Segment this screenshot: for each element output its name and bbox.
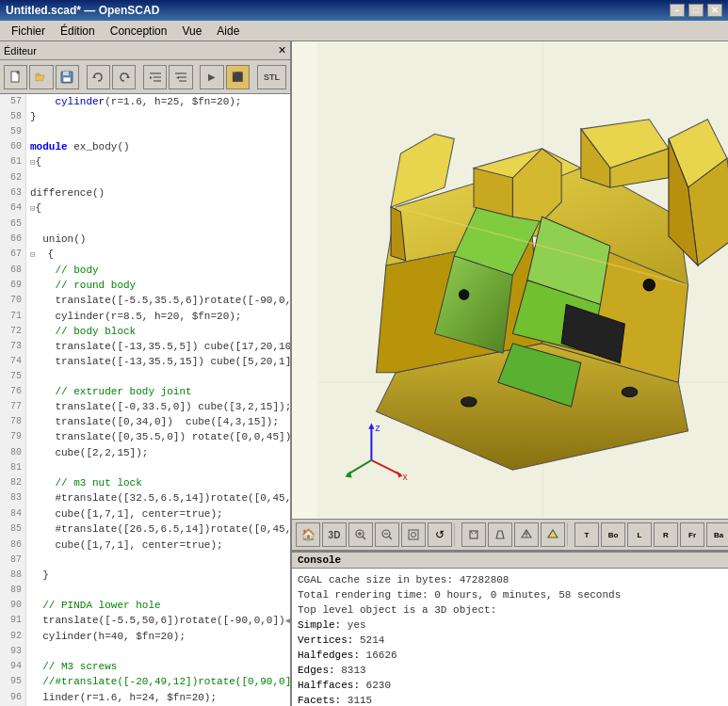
code-line-60: 60 module ex_body() xyxy=(0,139,290,154)
unindent-button[interactable] xyxy=(169,65,192,89)
svg-text:z: z xyxy=(376,423,380,433)
code-line-65: 65 xyxy=(0,217,290,232)
svg-point-34 xyxy=(622,387,638,396)
viewport-3d-button[interactable]: 3D xyxy=(322,522,347,547)
console-line-7: Edges: 8313 xyxy=(298,663,728,678)
viewport-left-button[interactable]: L xyxy=(627,522,652,547)
maximize-button[interactable]: □ xyxy=(688,4,704,17)
code-line-67: 67 ⊟ { xyxy=(0,247,290,263)
viewport-ortho-button[interactable] xyxy=(461,522,486,547)
code-line-74: 74 translate([-13,35.5,15]) cube([5,20,1… xyxy=(0,354,290,369)
code-line-82: 82 // m3 nut lock xyxy=(0,475,290,490)
right-panel: z x 🏠 3D xyxy=(292,41,728,706)
minimize-button[interactable]: − xyxy=(670,4,685,17)
viewport-surface-button[interactable] xyxy=(541,522,565,547)
code-line-72: 72 // body block xyxy=(0,324,290,339)
code-line-63: 63 difference() xyxy=(0,185,290,201)
undo-button[interactable] xyxy=(87,65,110,89)
code-line-89: 89 xyxy=(0,583,290,598)
code-line-95: 95 //#translate([-20,49,12])rotate([0,90… xyxy=(0,674,290,690)
code-line-61: 61 ⊟{ xyxy=(0,154,290,170)
viewport-wire-button[interactable] xyxy=(514,522,539,547)
svg-rect-5 xyxy=(63,77,71,82)
code-line-70: 70 translate([-5.5,35.5,6])rotate([-90,0… xyxy=(0,293,290,309)
code-line-90: 90 // PINDA lower hole xyxy=(0,598,290,613)
code-line-62: 62 xyxy=(0,170,290,185)
viewport-zoom-out-button[interactable] xyxy=(375,522,399,547)
viewport-fit-button[interactable] xyxy=(401,522,426,547)
code-line-88: 88 } xyxy=(0,568,290,583)
3d-model-svg: z x xyxy=(292,41,728,519)
code-line-93: 93 xyxy=(0,644,290,659)
editor-close-icon[interactable]: ✕ xyxy=(278,44,286,56)
main-layout: Éditeur ✕ xyxy=(0,41,728,706)
preview-button[interactable]: ▶ xyxy=(200,65,223,89)
export-stl-button[interactable]: STL xyxy=(257,65,286,89)
console-header: Console xyxy=(292,553,728,569)
svg-line-54 xyxy=(363,537,365,539)
menu-aide[interactable]: Aide xyxy=(209,23,247,40)
svg-marker-65 xyxy=(496,531,504,538)
render-button[interactable]: ⬛ xyxy=(226,65,250,89)
code-line-58: 58 } xyxy=(0,109,290,124)
console-line-2: Total rendering time: 0 hours, 0 minutes… xyxy=(298,587,728,602)
code-line-91: 91 translate([-5.5,50,6])rotate([-90,0,0… xyxy=(0,613,290,629)
code-editor[interactable]: 57 cylinder(r=1.6, h=25, $fn=20); 58 } 5… xyxy=(0,94,290,706)
open-file-button[interactable] xyxy=(29,65,53,89)
code-line-86: 86 cube([1,7,1], center=true); xyxy=(0,538,290,553)
code-line-80: 80 cube([2,2,15]); xyxy=(0,445,290,460)
title-bar-controls: − □ ✕ xyxy=(670,4,722,17)
console-line-5: Vertices: 5214 xyxy=(298,633,728,648)
svg-line-58 xyxy=(389,537,392,539)
console-line-3: Top level object is a 3D object: xyxy=(298,602,728,618)
save-file-button[interactable] xyxy=(56,65,79,89)
viewport[interactable]: z x xyxy=(292,41,728,519)
code-line-59: 59 xyxy=(0,124,290,139)
console-content: CGAL cache size in bytes: 47282808 Total… xyxy=(292,569,728,706)
close-button[interactable]: ✕ xyxy=(707,4,722,17)
svg-point-33 xyxy=(461,397,477,407)
code-line-83: 83 #translate([32.5,6.5,14])rotate([0,45… xyxy=(0,490,290,506)
menu-edition[interactable]: Édition xyxy=(53,23,103,40)
svg-marker-15 xyxy=(176,76,179,79)
editor-panel: Éditeur ✕ xyxy=(0,41,292,706)
viewport-home-button[interactable]: 🏠 xyxy=(296,522,320,547)
indent-button[interactable] xyxy=(143,65,167,89)
viewport-right-button[interactable]: R xyxy=(654,522,678,547)
viewport-zoom-in-button[interactable] xyxy=(348,522,373,547)
menu-vue[interactable]: Vue xyxy=(174,23,209,40)
viewport-persp-button[interactable] xyxy=(488,522,512,547)
code-line-92: 92 cylinder(h=40, $fn=20); xyxy=(0,629,290,644)
code-line-76: 76 // extruder body joint xyxy=(0,384,290,399)
model-area: z x xyxy=(292,41,728,519)
svg-point-61 xyxy=(412,533,416,538)
code-line-73: 73 translate([-13,35.5,5]) cube([17,20,1… xyxy=(0,339,290,354)
title-bar: Untitled.scad* — OpenSCAD − □ ✕ xyxy=(0,0,728,21)
code-line-94: 94 // M3 screws xyxy=(0,659,290,674)
code-line-87: 87 xyxy=(0,553,290,568)
svg-rect-60 xyxy=(409,530,418,539)
menu-fichier[interactable]: Fichier xyxy=(4,23,53,40)
code-line-57: 57 cylinder(r=1.6, h=25, $fn=20); xyxy=(0,94,290,109)
viewport-rotate-button[interactable]: ↺ xyxy=(428,522,452,547)
editor-toolbar: ▶ ⬛ STL xyxy=(0,60,290,94)
editor-label: Éditeur xyxy=(4,45,37,56)
new-file-button[interactable] xyxy=(4,65,27,89)
redo-button[interactable] xyxy=(112,65,136,89)
console-line-1: CGAL cache size in bytes: 47282808 xyxy=(298,572,728,587)
viewport-top-button[interactable]: T xyxy=(574,522,599,547)
code-line-64: 64 ⊟{ xyxy=(0,201,290,217)
console-panel: Console CGAL cache size in bytes: 472828… xyxy=(292,551,728,706)
viewport-back-button[interactable]: Ba xyxy=(706,522,728,547)
code-line-79: 79 translate([0,35.5,0]) rotate([0,0,45]… xyxy=(0,429,290,445)
viewport-bottom-button[interactable]: Bo xyxy=(601,522,625,547)
code-line-81: 81 xyxy=(0,460,290,475)
menu-bar: Fichier Édition Conception Vue Aide xyxy=(0,21,728,41)
menu-conception[interactable]: Conception xyxy=(103,23,175,40)
svg-point-36 xyxy=(459,290,468,299)
viewport-front-button[interactable]: Fr xyxy=(680,522,704,547)
code-line-69: 69 // round body xyxy=(0,278,290,293)
code-line-78: 78 translate([0,34,0]) cube([4,3,15]); xyxy=(0,414,290,429)
svg-marker-6 xyxy=(92,75,96,78)
viewport-toolbar: 🏠 3D ↺ xyxy=(292,519,728,551)
